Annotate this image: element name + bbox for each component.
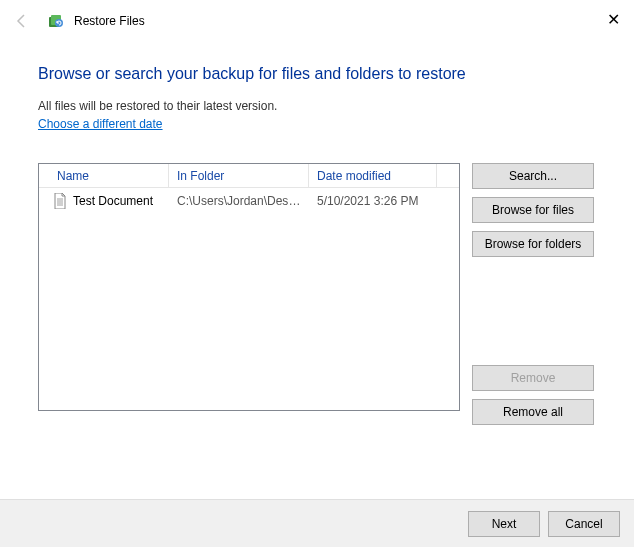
file-list[interactable]: Name In Folder Date modified Test Docume… xyxy=(38,163,460,411)
browse-files-button[interactable]: Browse for files xyxy=(472,197,594,223)
column-header-folder[interactable]: In Folder xyxy=(169,164,309,187)
cell-folder: C:\Users\Jordan\Deskt... xyxy=(169,194,309,208)
table-row[interactable]: Test Document C:\Users\Jordan\Deskt... 5… xyxy=(39,188,459,212)
cancel-button[interactable]: Cancel xyxy=(548,511,620,537)
remove-button: Remove xyxy=(472,365,594,391)
column-header-name[interactable]: Name xyxy=(39,164,169,187)
choose-date-link[interactable]: Choose a different date xyxy=(38,117,163,131)
document-icon xyxy=(53,193,67,209)
side-buttons: Search... Browse for files Browse for fo… xyxy=(472,163,594,425)
remove-all-button[interactable]: Remove all xyxy=(472,399,594,425)
search-button[interactable]: Search... xyxy=(472,163,594,189)
column-header-date[interactable]: Date modified xyxy=(309,164,437,187)
column-headers: Name In Folder Date modified xyxy=(39,164,459,188)
header: Restore Files xyxy=(0,0,634,29)
browse-folders-button[interactable]: Browse for folders xyxy=(472,231,594,257)
next-button[interactable]: Next xyxy=(468,511,540,537)
footer: Next Cancel xyxy=(0,499,634,547)
restore-files-icon xyxy=(48,13,64,29)
subtext: All files will be restored to their late… xyxy=(38,99,596,113)
page-heading: Browse or search your backup for files a… xyxy=(38,65,596,83)
back-arrow-icon[interactable] xyxy=(14,13,30,29)
close-icon[interactable]: ✕ xyxy=(607,10,620,29)
window-title: Restore Files xyxy=(74,14,145,28)
cell-name: Test Document xyxy=(73,194,153,208)
column-header-spacer xyxy=(437,164,459,187)
cell-date: 5/10/2021 3:26 PM xyxy=(309,194,437,208)
